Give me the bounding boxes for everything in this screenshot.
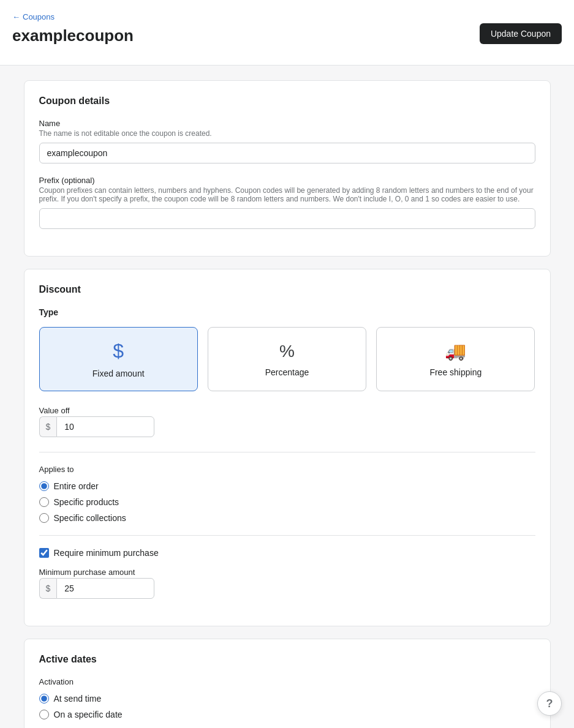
- truck-icon: 🚚: [445, 341, 466, 361]
- discount-title: Discount: [39, 284, 535, 295]
- require-min-purchase-checkbox-item[interactable]: Require minimum purchase: [39, 548, 535, 558]
- prefix-input[interactable]: [39, 208, 535, 229]
- activation-specific-date-radio[interactable]: [39, 710, 49, 719]
- activation-specific-date-label: On a specific date: [54, 710, 123, 719]
- currency-prefix: $: [39, 416, 57, 437]
- active-dates-title: Active dates: [39, 654, 535, 665]
- min-purchase-amount-group: Minimum purchase amount $: [39, 568, 535, 599]
- update-coupon-button[interactable]: Update Coupon: [480, 23, 562, 44]
- require-min-purchase-checkbox[interactable]: [39, 548, 49, 558]
- min-purchase-amount-label: Minimum purchase amount: [39, 568, 535, 577]
- applies-to-radio-group: Entire order Specific products Specific …: [39, 481, 535, 523]
- applies-entire-order-label: Entire order: [54, 481, 99, 491]
- divider-2: [39, 535, 535, 536]
- top-nav: ← Coupons examplecoupon Update Coupon: [0, 0, 574, 65]
- value-off-row: $: [39, 416, 535, 437]
- percentage-label: Percentage: [265, 367, 309, 377]
- min-purchase-row: $: [39, 578, 535, 599]
- type-option-free-shipping[interactable]: 🚚 Free shipping: [376, 327, 535, 391]
- percent-icon: %: [279, 342, 295, 361]
- arrow-icon: ←: [12, 12, 20, 21]
- applies-specific-products-label: Specific products: [54, 497, 119, 507]
- top-header: ← Coupons examplecoupon Update Coupon: [0, 0, 574, 66]
- applies-specific-collections[interactable]: Specific collections: [39, 513, 535, 523]
- value-off-label: Value off: [39, 406, 535, 415]
- fixed-amount-label: Fixed amount: [93, 369, 145, 378]
- min-purchase-currency-prefix: $: [39, 578, 57, 599]
- free-shipping-label: Free shipping: [429, 367, 481, 377]
- divider-1: [39, 452, 535, 452]
- min-purchase-amount-input[interactable]: [56, 578, 154, 599]
- breadcrumb-label: Coupons: [23, 12, 55, 21]
- dollar-icon: $: [113, 340, 124, 362]
- require-min-purchase-label: Require minimum purchase: [54, 548, 159, 558]
- value-off-group: Value off $: [39, 406, 535, 437]
- left-nav: ← Coupons examplecoupon: [12, 7, 134, 55]
- applies-specific-products[interactable]: Specific products: [39, 497, 535, 507]
- applies-entire-order-radio[interactable]: [39, 481, 49, 491]
- coupon-details-card: Coupon details Name The name is not edit…: [24, 80, 551, 257]
- activation-at-send-time-radio[interactable]: [39, 694, 49, 704]
- type-options: $ Fixed amount % Percentage 🚚 Free shipp…: [39, 327, 535, 391]
- name-input[interactable]: [39, 143, 535, 163]
- breadcrumb: ← Coupons: [12, 7, 134, 21]
- prefix-field-group: Prefix (optional) Coupon prefixes can co…: [39, 176, 535, 229]
- applies-to-label: Applies to: [39, 465, 535, 474]
- active-dates-card: Active dates Activation At send time On …: [24, 639, 551, 728]
- name-label: Name: [39, 119, 535, 128]
- activation-at-send-time[interactable]: At send time: [39, 694, 535, 704]
- value-off-input[interactable]: [56, 416, 154, 437]
- name-hint: The name is not editable once the coupon…: [39, 129, 535, 138]
- activation-radio-group: At send time On a specific date: [39, 694, 535, 719]
- prefix-label: Prefix (optional): [39, 176, 535, 185]
- breadcrumb-link[interactable]: ← Coupons: [12, 12, 55, 21]
- activation-specific-date[interactable]: On a specific date: [39, 710, 535, 719]
- page-wrapper: Coupon details Name The name is not edit…: [12, 66, 563, 728]
- applies-entire-order[interactable]: Entire order: [39, 481, 535, 491]
- page-title: examplecoupon: [12, 21, 134, 55]
- activation-label: Activation: [39, 677, 535, 686]
- name-field-group: Name The name is not editable once the c…: [39, 119, 535, 163]
- applies-specific-collections-radio[interactable]: [39, 513, 49, 523]
- activation-at-send-time-label: At send time: [54, 694, 102, 704]
- type-option-fixed-amount[interactable]: $ Fixed amount: [39, 327, 198, 391]
- discount-card: Discount Type $ Fixed amount % Percentag…: [24, 269, 551, 626]
- applies-specific-collections-label: Specific collections: [54, 513, 126, 523]
- help-button[interactable]: ?: [537, 691, 562, 716]
- type-label: Type: [39, 307, 535, 317]
- type-option-percentage[interactable]: % Percentage: [208, 327, 366, 391]
- coupon-details-title: Coupon details: [39, 96, 535, 107]
- applies-specific-products-radio[interactable]: [39, 497, 49, 507]
- prefix-hint: Coupon prefixes can contain letters, num…: [39, 186, 535, 203]
